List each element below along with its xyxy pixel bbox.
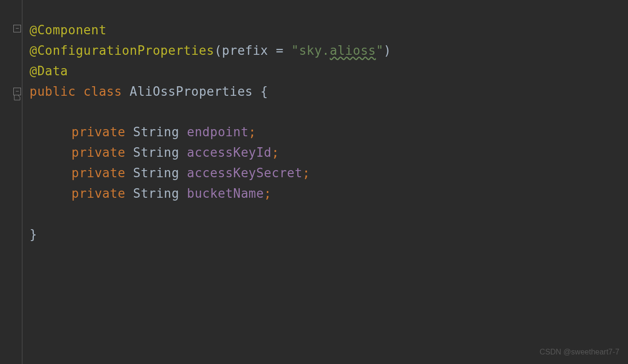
fold-minus-icon: − — [15, 24, 19, 33]
fold-marker-icon[interactable]: − — [13, 88, 21, 95]
code-content[interactable]: @Component @ConfigurationProperties(pref… — [24, 0, 628, 364]
code-line: private String endpoint; — [30, 122, 628, 142]
type-string: String — [133, 125, 179, 139]
fold-minus-icon: − — [15, 87, 19, 96]
gutter: − − — [0, 0, 24, 364]
code-line: private String accessKeySecret; — [30, 163, 628, 183]
type-string: String — [133, 166, 179, 180]
keyword-private: private — [71, 145, 125, 160]
string-literal-prefix: "sky. — [291, 43, 330, 58]
keyword-private: private — [71, 125, 125, 139]
code-line: public class AliOssProperties { — [30, 81, 628, 102]
code-editor: − − @Component @ConfigurationProperties(… — [0, 0, 628, 364]
annotation-data: @Data — [30, 64, 68, 78]
annotation-config-properties: @ConfigurationProperties — [30, 43, 214, 58]
semicolon: ; — [264, 186, 272, 201]
class-name: AliOssProperties — [130, 84, 253, 99]
type-string: String — [133, 145, 179, 160]
keyword-private: private — [71, 166, 125, 180]
code-line: @ConfigurationProperties(prefix = "sky.a… — [30, 40, 628, 61]
semicolon: ; — [249, 125, 256, 139]
close-paren: ) — [384, 43, 391, 58]
type-string: String — [133, 186, 179, 201]
field-access-key-id: accessKeyId — [187, 145, 272, 160]
code-line-blank — [30, 204, 628, 224]
param-prefix: prefix — [222, 43, 268, 58]
fold-marker-icon[interactable]: − — [13, 25, 21, 32]
keyword-class: class — [83, 84, 122, 99]
open-paren: ( — [214, 43, 222, 58]
code-line: } — [30, 224, 628, 245]
annotation-component: @Component — [30, 23, 107, 37]
watermark: CSDN @sweetheart7-7 — [540, 346, 619, 358]
semicolon: ; — [303, 166, 310, 180]
keyword-private: private — [71, 186, 125, 201]
field-endpoint: endpoint — [187, 125, 248, 139]
field-bucket-name: bucketName — [187, 186, 264, 201]
code-line: private String bucketName; — [30, 183, 628, 204]
equals: = — [268, 43, 291, 58]
keyword-public: public — [30, 84, 76, 99]
open-brace: { — [253, 84, 268, 99]
string-literal-suffix: " — [376, 43, 384, 58]
semicolon: ; — [272, 145, 279, 160]
close-brace: } — [30, 227, 37, 242]
code-line: @Data — [30, 61, 628, 81]
gutter-divider — [22, 0, 22, 364]
code-line: @Component — [30, 20, 628, 40]
field-access-key-secret: accessKeySecret — [187, 166, 302, 180]
code-line-blank — [30, 102, 628, 122]
string-literal-underlined: alioss — [330, 43, 376, 58]
code-line: private String accessKeyId; — [30, 142, 628, 163]
